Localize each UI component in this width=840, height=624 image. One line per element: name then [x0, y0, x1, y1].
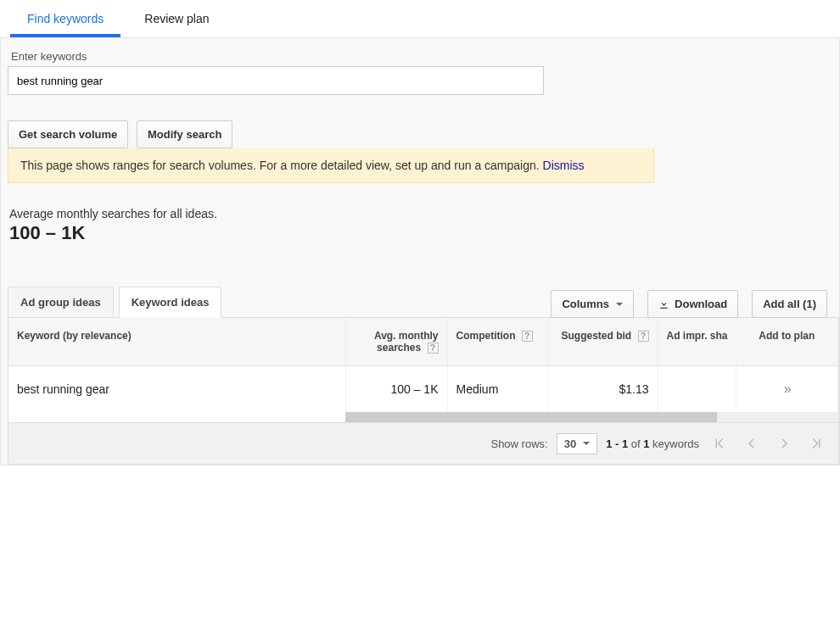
col-add-to-plan[interactable]: Add to plan — [736, 318, 838, 366]
rows-value: 30 — [564, 437, 576, 450]
cell-competition: Medium — [447, 366, 547, 413]
col-suggested-bid[interactable]: Suggested bid ? — [547, 318, 658, 366]
info-banner: This page shows ranges for search volume… — [8, 148, 654, 183]
tab-review-plan[interactable]: Review plan — [127, 0, 226, 37]
top-tabs: Find keywords Review plan — [0, 0, 840, 38]
page-body: Enter keywords Get search volume Modify … — [0, 38, 840, 465]
pager: Show rows: 30 1 - 1 of 1 keywords — [8, 422, 838, 464]
chevron-right-icon: » — [784, 382, 790, 396]
chevron-down-icon — [583, 442, 590, 445]
tab-ad-group-ideas[interactable]: Ad group ideas — [8, 287, 114, 318]
cell-avg: 100 – 1K — [345, 366, 447, 413]
tab-keyword-ideas[interactable]: Keyword ideas — [119, 287, 222, 318]
pager-range: 1 - 1 of 1 keywords — [606, 437, 699, 450]
tab-find-keywords[interactable]: Find keywords — [10, 0, 120, 37]
modify-search-button[interactable]: Modify search — [137, 120, 232, 148]
col-ad-impr-share[interactable]: Ad impr. sha — [658, 318, 736, 366]
table-row: best running gear 100 – 1K Medium $1.13 … — [8, 366, 838, 413]
download-label: Download — [675, 298, 727, 310]
download-button[interactable]: Download — [647, 290, 738, 318]
cell-add-to-plan[interactable]: » — [736, 366, 838, 413]
chevron-down-icon — [616, 303, 623, 306]
help-icon[interactable]: ? — [638, 331, 649, 342]
avg-searches-label: Average monthly searches for all ideas. — [9, 207, 839, 220]
help-icon[interactable]: ? — [522, 331, 533, 342]
dismiss-link[interactable]: Dismiss — [543, 159, 585, 172]
add-all-button[interactable]: Add all (1) — [752, 290, 827, 318]
keywords-input[interactable] — [8, 66, 544, 95]
pager-prev-button[interactable] — [740, 432, 764, 455]
cell-impr — [658, 366, 736, 413]
pager-last-button[interactable] — [804, 432, 828, 455]
pager-first-button[interactable] — [708, 432, 731, 455]
ideas-tabs: Ad group ideas Keyword ideas — [8, 287, 221, 318]
horizontal-scrollbar[interactable] — [8, 412, 838, 422]
columns-label: Columns — [562, 298, 609, 310]
cell-keyword: best running gear — [8, 366, 345, 413]
download-icon — [658, 298, 669, 309]
col-competition[interactable]: Competition ? — [447, 318, 547, 366]
cell-bid: $1.13 — [547, 366, 658, 413]
enter-keywords-label: Enter keywords — [11, 50, 839, 63]
get-search-volume-button[interactable]: Get search volume — [8, 120, 128, 148]
col-competition-label: Competition — [456, 330, 516, 342]
info-banner-text: This page shows ranges for search volume… — [20, 159, 543, 172]
columns-button[interactable]: Columns — [551, 290, 634, 318]
col-avg-searches[interactable]: Avg. monthly searches ? — [345, 318, 447, 366]
keyword-ideas-table: Keyword (by relevance) Avg. monthly sear… — [8, 317, 839, 465]
col-keyword[interactable]: Keyword (by relevance) — [8, 318, 345, 366]
col-bid-label: Suggested bid — [561, 330, 631, 342]
rows-per-page-select[interactable]: 30 — [557, 433, 597, 454]
pager-next-button[interactable] — [772, 432, 796, 455]
show-rows-label: Show rows: — [490, 437, 547, 450]
help-icon[interactable]: ? — [428, 343, 439, 354]
avg-searches-value: 100 – 1K — [9, 222, 839, 244]
